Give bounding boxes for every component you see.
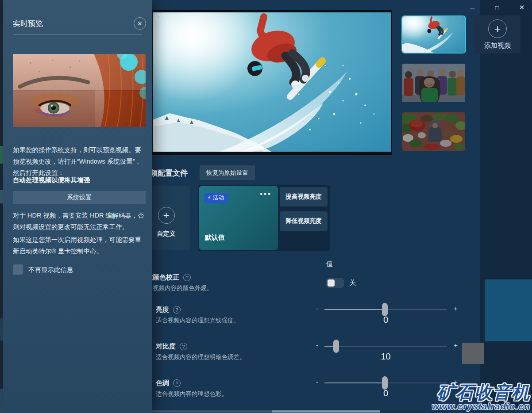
snowboarder-scene <box>153 12 391 152</box>
help-icon[interactable]: ? <box>180 343 187 350</box>
dont-show-again-checkbox[interactable] <box>13 264 23 275</box>
live-preview-panel: 实时预览 ✕ <box>3 0 152 413</box>
overlay-artifact-gray <box>462 343 484 364</box>
plus-icon: + <box>488 19 507 38</box>
slider-track[interactable] <box>324 309 447 310</box>
video-preview[interactable] <box>152 10 392 155</box>
toggle-state-label: 关 <box>349 279 356 287</box>
brightness-description: 适合视频内容的理想光线强度。 <box>156 317 239 325</box>
panel-title: 实时预览 <box>13 19 43 29</box>
close-panel-button[interactable]: ✕ <box>134 17 146 30</box>
overlay-artifact-light <box>485 279 532 341</box>
slider-fill <box>324 309 385 310</box>
help-icon[interactable]: ? <box>173 306 181 314</box>
divider <box>13 34 142 35</box>
contrast-description: 适合视频内容的理想明暗色调差。 <box>156 353 246 361</box>
panel-paragraph-2: 对于 HDR 视频，需要安装 HDR 编解码器，否则对视频设置的更改可能无法正常… <box>13 210 146 233</box>
slider-plus[interactable]: + <box>454 305 458 312</box>
panel-paragraph-1: 如果您的操作系统支持，则可以预览视频。要预览视频更改，请打开“Windows 系… <box>13 144 146 179</box>
increase-brightness-button[interactable]: 提高视频亮度 <box>280 187 328 206</box>
more-options-icon[interactable]: ••• <box>260 190 272 199</box>
help-icon[interactable]: ? <box>183 274 191 281</box>
restore-defaults-button[interactable]: 恢复为原始设置 <box>200 165 255 180</box>
slider-track[interactable] <box>324 382 447 383</box>
brightness-value: 0 <box>324 315 447 325</box>
preview-eye-icon[interactable] <box>153 12 166 23</box>
preview-eye-image <box>13 54 146 127</box>
default-profile-card[interactable]: ⚡ 活动 ••• 默认值 <box>199 186 278 250</box>
contrast-value: 10 <box>324 352 447 362</box>
add-video-button[interactable]: + 添加视频 <box>474 15 520 54</box>
slider-handle[interactable] <box>382 303 388 316</box>
value-column-header: 值 <box>326 260 333 268</box>
help-icon[interactable]: ? <box>173 379 181 387</box>
hue-value: 0 <box>324 388 447 398</box>
plus-icon: + <box>158 207 175 224</box>
decrease-brightness-button[interactable]: 降低视频亮度 <box>280 211 328 231</box>
right-background-column <box>480 0 532 409</box>
active-badge-label: 活动 <box>213 194 224 202</box>
brightness-slider[interactable]: - + <box>315 303 458 316</box>
close-window-button[interactable]: ✕ <box>515 4 528 11</box>
dont-show-again-label: 不再显示此信息 <box>28 266 73 274</box>
slider-minus[interactable]: - <box>316 341 318 349</box>
app-window: ─ □ ✕ <box>0 0 532 413</box>
maximize-button[interactable]: □ <box>490 4 504 11</box>
titlebar-controls: ─ □ ✕ <box>466 2 528 13</box>
hue-label: 色调 ? <box>156 379 181 387</box>
contrast-label: 对比度 ? <box>156 342 187 351</box>
watermark-title: 矿石收音机 <box>432 383 530 402</box>
desktop-edge-sliver <box>0 0 3 413</box>
contrast-slider[interactable]: - + <box>315 340 458 353</box>
slider-handle[interactable] <box>333 340 339 353</box>
watermark: 矿石收音机 www.crystalradio.cn <box>432 383 530 411</box>
add-video-label: 添加视频 <box>484 42 511 50</box>
slider-track[interactable] <box>324 346 447 347</box>
panel-paragraph-3: 如果这是您第一次启用视频处理，可能需要重新启动英特尔® 显卡控制中心。 <box>13 234 146 257</box>
watermark-url: www.crystalradio.cn <box>432 402 530 411</box>
slider-minus[interactable]: - <box>316 305 318 312</box>
minimize-button[interactable]: ─ <box>466 4 479 11</box>
scrollbar-thumb[interactable] <box>272 410 380 413</box>
thumbnail-people-video[interactable] <box>402 64 465 102</box>
panel-setting-name: 自动处理视频以便将其增强 <box>13 174 146 186</box>
thumbnail-snowboard-video[interactable] <box>401 15 466 54</box>
slider-fill <box>324 382 385 383</box>
scrollbar-segment <box>152 410 272 413</box>
default-profile-label: 默认值 <box>205 233 225 242</box>
toggle-knob <box>328 279 335 287</box>
slider-handle[interactable] <box>382 376 388 390</box>
thumbnail-market-video[interactable] <box>402 112 465 151</box>
active-badge: ⚡ 活动 <box>204 193 228 203</box>
slider-minus[interactable]: - <box>316 378 318 386</box>
brightness-label: 亮度 ? <box>156 306 181 314</box>
hue-description: 适合视频内容的理想色彩。 <box>156 390 227 398</box>
slider-plus[interactable]: + <box>454 341 458 349</box>
bolt-icon: ⚡ <box>208 195 211 201</box>
system-settings-button[interactable]: 系统设置 <box>13 191 146 204</box>
color-correction-toggle[interactable] <box>326 278 344 288</box>
